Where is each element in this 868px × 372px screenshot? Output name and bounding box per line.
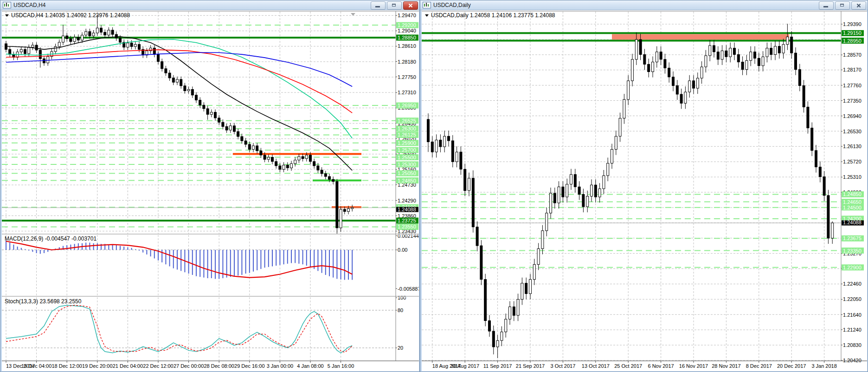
price-tick-label: 1.29040 bbox=[398, 28, 416, 33]
time-tick-label: 25 Oct 2017 bbox=[614, 363, 642, 369]
price-tick-label: 1.26130 bbox=[843, 144, 862, 149]
time-tick-label: 21 Sep 2017 bbox=[516, 363, 545, 369]
price-tick-label: 1.28170 bbox=[843, 67, 862, 72]
time-tick-label: 13 Oct 2017 bbox=[582, 363, 610, 369]
chart-window-daily: USDCAD,Daily 1.293901.285701.281701.2776… bbox=[420, 0, 868, 372]
level-price-label: 1.25500 bbox=[398, 155, 416, 160]
price-tick-label: 1.29390 bbox=[843, 21, 862, 27]
time-tick-label: 3 Jan 2018 bbox=[811, 363, 836, 369]
level-price-label: 1.28950 bbox=[843, 38, 862, 44]
price-tick-label: 1.29470 bbox=[398, 13, 416, 18]
time-tick-label: 6 Nov 2017 bbox=[648, 363, 674, 369]
current-price-label: 1.24088 bbox=[843, 220, 862, 225]
mt4-workspace: USDCAD,H4 0.0021440.00-0.005887MACD(12,2… bbox=[0, 0, 868, 372]
ohlc-header-text: USDCAD,Daily 1.24058 1.24106 1.23775 1.2… bbox=[431, 12, 555, 19]
time-tick-label: 3 Oct 2017 bbox=[550, 363, 575, 369]
close-button[interactable] bbox=[403, 1, 418, 10]
time-tick-label: 22 Dec 12:00 bbox=[143, 363, 173, 369]
price-tick-label: 1.22050 bbox=[843, 296, 862, 302]
price-tick-label: 1.21240 bbox=[843, 327, 862, 333]
macd-axis-label: -0.005887 bbox=[398, 286, 419, 292]
chart-icon bbox=[423, 2, 431, 8]
level-price-label: 1.24850 bbox=[398, 178, 416, 183]
minimize-button[interactable] bbox=[819, 1, 834, 10]
level-price-label: 1.25300 bbox=[398, 162, 416, 167]
time-tick-label: 3 Jan 00:00 bbox=[267, 363, 294, 369]
time-tick-label: 27 Dec 00:00 bbox=[174, 363, 204, 369]
price-tick-label: 1.24290 bbox=[398, 198, 416, 203]
time-tick-label: 29 Dec 16:00 bbox=[234, 363, 264, 369]
chart-root: 1.293901.285701.281701.277601.273501.269… bbox=[422, 10, 867, 371]
restore-button[interactable] bbox=[387, 1, 402, 10]
stoch-axis-label: 20 bbox=[398, 345, 403, 351]
chart-icon bbox=[3, 2, 11, 8]
chart-root: 0.0021440.00-0.005887MACD(12,26,9) -0.00… bbox=[2, 10, 419, 371]
level-price-label: 1.26300 bbox=[398, 126, 416, 131]
price-tick-label: 1.27310 bbox=[398, 90, 416, 95]
macd-label: MACD(12,26,9) -0.004547 -0.003701 bbox=[5, 235, 96, 242]
price-tick-label: 1.27350 bbox=[843, 98, 862, 104]
restore-button[interactable] bbox=[835, 1, 850, 10]
level-price-label: 1.29200 bbox=[398, 22, 416, 28]
price-tick-label: 1.26940 bbox=[843, 113, 862, 119]
close-button[interactable] bbox=[851, 1, 866, 10]
chart-area-h4[interactable]: 0.0021440.00-0.005887MACD(12,26,9) -0.00… bbox=[2, 10, 418, 370]
level-price-label: 1.26950 bbox=[398, 103, 416, 108]
time-tick-label: 15 Dec 04:00 bbox=[21, 363, 51, 369]
daily-chart-canvas[interactable]: 1.293901.285701.281701.277601.273501.269… bbox=[422, 10, 867, 371]
price-tick-label: 1.27760 bbox=[843, 83, 862, 88]
ohlc-header[interactable]: USDCAD,H4 1.24035 1.24092 1.23976 1.2408… bbox=[5, 12, 130, 19]
time-tick-label: 4 Jan 08:00 bbox=[297, 363, 324, 369]
time-tick-label: 16 Nov 2017 bbox=[679, 363, 708, 369]
ohlc-header-text: USDCAD,H4 1.24035 1.24092 1.23976 1.2408… bbox=[11, 12, 130, 19]
price-tick-label: 1.27750 bbox=[398, 74, 416, 80]
current-price-label: 1.24088 bbox=[398, 207, 416, 212]
time-tick-label: 30 Aug 2017 bbox=[450, 363, 479, 369]
price-tick-label: 1.20830 bbox=[843, 342, 862, 348]
stoch-axis-label: 80 bbox=[398, 307, 403, 313]
level-price-label: 1.24850 bbox=[843, 191, 862, 197]
level-price-label: 1.23725 bbox=[398, 218, 416, 223]
price-tick-label: 1.22460 bbox=[843, 281, 862, 287]
level-price-label: 1.23675 bbox=[843, 235, 862, 241]
chart-bg bbox=[2, 10, 419, 371]
window-title: USDCAD,H4 bbox=[13, 2, 45, 8]
level-price-label: 1.29150 bbox=[843, 30, 862, 36]
level-price-label: 1.23350 bbox=[843, 248, 862, 254]
price-tick-label: 1.28180 bbox=[398, 59, 416, 65]
level-price-label: 1.25900 bbox=[398, 140, 416, 146]
level-price-label: 1.23550 bbox=[398, 224, 416, 229]
level-price-label: 1.22900 bbox=[843, 265, 862, 270]
price-tick-label: 1.25720 bbox=[843, 159, 862, 164]
level-price-label: 1.28850 bbox=[398, 35, 416, 40]
level-price-label: 1.26525 bbox=[398, 118, 416, 124]
level-price-label: 1.25050 bbox=[398, 170, 416, 176]
minimize-button[interactable] bbox=[371, 1, 386, 10]
h4-chart-canvas[interactable]: 0.0021440.00-0.005887MACD(12,26,9) -0.00… bbox=[2, 10, 419, 371]
time-tick-label: 21 Dec 04:00 bbox=[113, 363, 143, 369]
resistance-zone[interactable] bbox=[612, 34, 789, 39]
time-tick-label: 5 Jan 16:00 bbox=[328, 363, 354, 369]
time-tick-label: 11 Sep 2017 bbox=[483, 363, 512, 369]
price-tick-label: 1.28570 bbox=[843, 52, 862, 58]
time-tick-label: 19 Dec 20:00 bbox=[82, 363, 112, 369]
chart-area-daily[interactable]: 1.293901.285701.281701.277601.273501.269… bbox=[422, 10, 866, 370]
time-tick-label: 28 Nov 2017 bbox=[712, 363, 740, 369]
level-price-label: 1.24650 bbox=[843, 199, 862, 205]
chart-window-h4: USDCAD,H4 0.0021440.00-0.005887MACD(12,2… bbox=[0, 0, 420, 372]
titlebar-h4[interactable]: USDCAD,H4 bbox=[0, 0, 419, 10]
macd-axis-label: 0.00 bbox=[398, 247, 407, 253]
time-tick-label: 28 Dec 08:00 bbox=[204, 363, 234, 369]
price-tick-label: 1.21640 bbox=[843, 312, 862, 318]
level-price-label: 1.26125 bbox=[398, 132, 416, 137]
time-tick-label: 18 Dec 12:00 bbox=[51, 363, 82, 369]
level-price-label: 1.25700 bbox=[398, 147, 416, 153]
time-tick-label: 20 Dec 2017 bbox=[777, 363, 806, 369]
price-tick-label: 1.26530 bbox=[843, 129, 862, 134]
titlebar-daily[interactable]: USDCAD,Daily bbox=[420, 0, 868, 10]
stoch-label: Stoch(13,3,3) 23.5698 23.2550 bbox=[5, 298, 82, 305]
price-tick-label: 1.25310 bbox=[843, 174, 862, 180]
price-tick-label: 1.20420 bbox=[843, 358, 862, 363]
ohlc-header[interactable]: USDCAD,Daily 1.24058 1.24106 1.23775 1.2… bbox=[425, 12, 555, 19]
price-tick-label: 1.28610 bbox=[398, 43, 416, 49]
